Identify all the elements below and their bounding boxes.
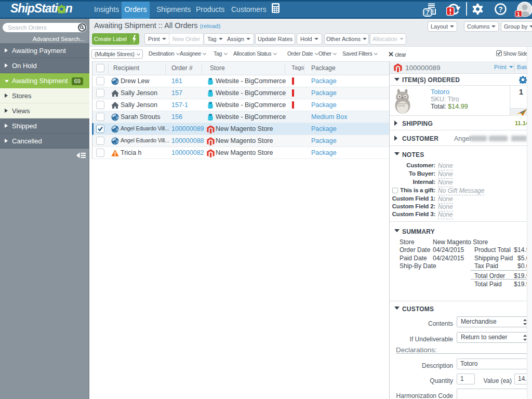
svg-text:7: 7: [426, 10, 429, 16]
svg-text:?: ?: [498, 5, 503, 14]
